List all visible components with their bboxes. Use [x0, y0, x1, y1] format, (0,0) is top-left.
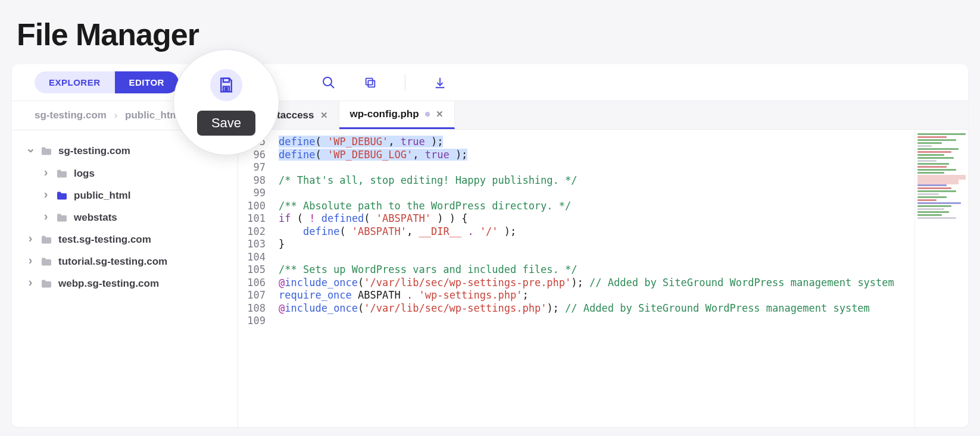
close-icon[interactable]: ✕: [320, 110, 328, 121]
svg-rect-3: [366, 78, 373, 84]
svg-point-5: [225, 87, 227, 90]
download-icon[interactable]: [433, 76, 447, 90]
tree-item-test[interactable]: test.sg-testing.com: [26, 228, 232, 250]
toolbar: EXPLORER EDITOR: [12, 64, 968, 101]
breadcrumb-path[interactable]: public_html: [125, 109, 182, 121]
chevron-right-icon[interactable]: [26, 255, 35, 268]
folder-icon: [56, 191, 68, 200]
svg-rect-2: [368, 80, 374, 87]
save-button[interactable]: [210, 69, 242, 101]
mode-switch: EXPLORER EDITOR: [35, 71, 179, 93]
folder-icon: [40, 257, 52, 266]
tree-label: webstats: [74, 212, 117, 224]
chevron-right-icon[interactable]: [42, 189, 50, 202]
file-tabs: .htaccess ✕ wp-config.php ✕: [238, 101, 968, 130]
code-editor[interactable]: 9596979899100101102103104105106107108109…: [238, 130, 968, 427]
file-tab-wpconfig[interactable]: wp-config.php ✕: [339, 101, 455, 129]
svg-line-1: [330, 84, 334, 88]
tree-label: public_html: [74, 190, 130, 202]
line-gutter: 9596979899100101102103104105106107108109: [238, 130, 273, 427]
tree-item-logs[interactable]: logs: [26, 162, 232, 184]
copy-icon[interactable]: [363, 76, 377, 90]
tree-label: tutorial.sg-testing.com: [58, 256, 167, 268]
folder-icon: [56, 213, 68, 222]
tree-item-tutorial[interactable]: tutorial.sg-testing.com: [26, 250, 232, 272]
folder-icon: [56, 169, 68, 178]
file-tab-label: wp-config.php: [350, 108, 419, 120]
save-tooltip: Save: [197, 111, 255, 136]
tree-item-webp[interactable]: webp.sg-testing.com: [26, 272, 232, 294]
chevron-right-icon[interactable]: [26, 277, 35, 290]
save-callout: Save: [174, 50, 279, 155]
tree-item-webstats[interactable]: webstats: [26, 206, 232, 228]
tree-item-public-html[interactable]: public_html: [26, 184, 232, 206]
chevron-down-icon[interactable]: [26, 144, 35, 158]
folder-icon: [40, 279, 52, 288]
search-icon[interactable]: [322, 76, 336, 90]
tree-label: sg-testing.com: [58, 145, 130, 157]
svg-rect-6: [223, 79, 229, 82]
tree-label: logs: [74, 168, 95, 180]
chevron-right-icon[interactable]: [42, 167, 50, 180]
svg-point-0: [323, 77, 332, 86]
dirty-indicator: [425, 112, 430, 117]
file-manager-panel: EXPLORER EDITOR sg-testing.com › public_…: [12, 64, 968, 427]
breadcrumb-root[interactable]: sg-testing.com: [35, 109, 107, 121]
folder-tree: sg-testing.com logs public_html webstats: [12, 130, 238, 300]
close-icon[interactable]: ✕: [436, 109, 444, 120]
minimap[interactable]: [915, 130, 968, 427]
folder-icon: [40, 235, 52, 244]
folder-icon: [40, 146, 52, 156]
chevron-right-icon[interactable]: [42, 211, 50, 224]
code-content[interactable]: define( 'WP_DEBUG', true );define( 'WP_D…: [273, 130, 915, 427]
tree-label: webp.sg-testing.com: [58, 278, 159, 290]
chevron-right-icon[interactable]: [26, 233, 35, 246]
page-title: File Manager: [0, 0, 980, 58]
tree-label: test.sg-testing.com: [58, 234, 151, 246]
explorer-tab[interactable]: EXPLORER: [35, 71, 115, 93]
toolbar-divider: [405, 74, 405, 91]
breadcrumb-separator: ›: [114, 109, 118, 121]
editor-tab[interactable]: EDITOR: [115, 71, 179, 93]
editor-area: .htaccess ✕ wp-config.php ✕ 959697989910…: [238, 101, 968, 427]
